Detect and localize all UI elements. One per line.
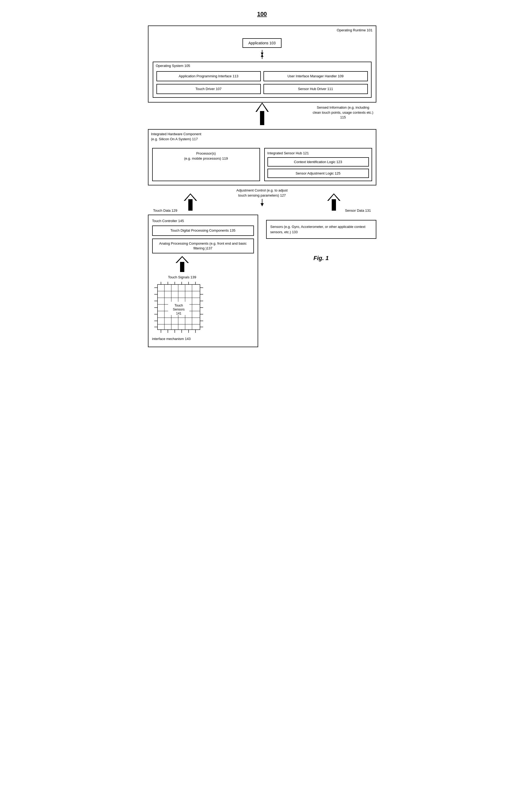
svg-rect-7 — [188, 199, 193, 211]
tdpc-box: Touch Digital Processing Components 135 — [152, 226, 254, 236]
os-label: Operating System 105 — [156, 64, 190, 68]
operating-runtime-box: Operating Runtime 101 Applications 103 O… — [148, 26, 376, 102]
ui-manager-box: User Interface Manager Handler 109 — [263, 71, 368, 81]
sensor-data-label: Sensor Data 131 — [345, 209, 371, 212]
svg-marker-3 — [261, 54, 263, 57]
touch-data-arrow-svg — [182, 193, 198, 215]
touch-driver-label: Touch Driver 107 — [195, 87, 222, 91]
tdpc-label: Touch Digital Processing Components 135 — [170, 228, 235, 232]
adjustment-control-label: Adjustment Control (e.g. to adjust touch… — [235, 188, 289, 198]
touch-sensor-grid-container: Touch Sensors 141 — [152, 282, 205, 336]
api-box: Application Programming Interface 113 — [157, 71, 261, 81]
tc-label: Touch Controller 145 — [152, 219, 254, 223]
svg-marker-11 — [261, 203, 264, 206]
svg-rect-15 — [180, 261, 184, 272]
context-logic-label: Context Identification Logic 123 — [294, 160, 342, 164]
apc-label: Analog Processing Components (e.g. front… — [159, 241, 247, 250]
svg-text:Touch: Touch — [174, 304, 183, 307]
touch-sensors-svg: Touch Sensors 141 — [152, 282, 205, 335]
context-logic-box: Context Identification Logic 123 — [267, 157, 369, 166]
diagram-container: 100 Operating Runtime 101 Applications 1… — [148, 11, 376, 801]
svg-text:Sensors: Sensors — [173, 308, 184, 311]
interface-mechanism-label: interface mechanism 143 — [152, 337, 191, 343]
adj-arrow-svg — [260, 199, 265, 207]
ihc-label: Integrated Hardware Component (e.g. Sili… — [151, 132, 201, 141]
applications-box: Applications 103 — [243, 38, 281, 48]
bottom-section: Touch Controller 145 Touch Digital Proce… — [148, 215, 376, 347]
svg-rect-12 — [332, 199, 336, 211]
touch-data-label: Touch Data 129 — [153, 209, 177, 212]
sensor-hub-label: Integrated Sensor Hub 121 — [267, 151, 369, 155]
sensor-hub-driver-box: Sensor Hub Driver 111 — [263, 84, 368, 94]
sensors-label: Sensors (e.g. Gyro, Accelerometer, or ot… — [271, 225, 365, 234]
svg-marker-6 — [257, 103, 267, 112]
fig-label: Fig. 1 — [313, 255, 329, 262]
sensors-box: Sensors (e.g. Gyro, Accelerometer, or ot… — [266, 220, 376, 239]
big-up-arrow-svg — [254, 102, 270, 129]
sensor-adj-label: Sensor Adjustment Logic 125 — [296, 171, 341, 175]
ui-manager-label: User Interface Manager Handler 109 — [288, 74, 343, 78]
svg-text:141: 141 — [176, 312, 181, 315]
main-title: 100 — [257, 11, 267, 18]
processor-label: Processor(s) (e.g. mobile processors) 11… — [184, 151, 228, 160]
touch-signals-label: Touch Signals 139 — [168, 275, 196, 279]
sensor-data-arrow-svg — [326, 193, 342, 215]
applications-label: Applications 103 — [248, 41, 276, 45]
operating-runtime-label: Operating Runtime 101 — [337, 28, 372, 32]
sensed-info-label: Sensed Information (e.g. including clean… — [313, 105, 374, 120]
operating-system-box: Operating System 105 Application Program… — [153, 62, 372, 98]
touch-signals-arrow-svg — [174, 256, 190, 275]
touch-controller-box: Touch Controller 145 Touch Digital Proce… — [148, 215, 258, 347]
ihc-outer-box: Integrated Hardware Component (e.g. Sili… — [148, 129, 376, 185]
sensor-hub-driver-label: Sensor Hub Driver 111 — [298, 87, 333, 91]
apc-box: Analog Processing Components (e.g. front… — [152, 239, 254, 254]
api-label: Application Programming Interface 113 — [179, 74, 239, 78]
touch-driver-box: Touch Driver 107 — [157, 84, 261, 94]
svg-rect-4 — [260, 111, 264, 125]
sensor-adj-box: Sensor Adjustment Logic 125 — [267, 169, 369, 178]
sensor-hub-box: Integrated Sensor Hub 121 Context Identi… — [264, 148, 372, 181]
processor-box: Processor(s) (e.g. mobile processors) 11… — [152, 148, 260, 181]
double-arrow-svg — [260, 49, 265, 60]
